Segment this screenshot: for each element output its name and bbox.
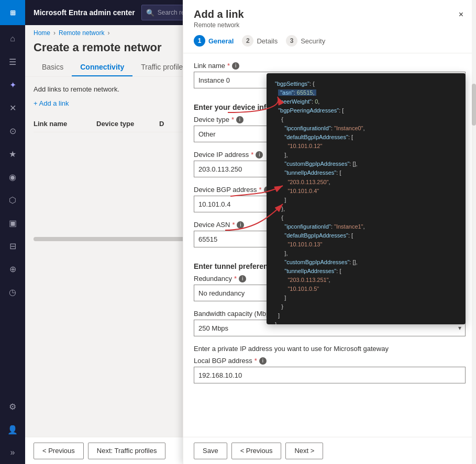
panel-subtitle: Remote network <box>194 21 244 29</box>
sidebar-icon-close[interactable]: ✕ <box>0 96 25 119</box>
local-bgp-group: Local BGP address * i <box>194 357 466 390</box>
sidebar-icon-settings[interactable]: ⚙ <box>0 395 25 418</box>
wizard-steps: 1 General 2 Details 3 Security <box>183 29 476 53</box>
sidebar-icon-monitor[interactable]: ▣ <box>0 211 25 234</box>
breadcrumb-sep-2: › <box>107 29 109 37</box>
sidebar-icon-user[interactable]: 👤 <box>0 418 25 441</box>
close-button[interactable]: × <box>457 8 466 21</box>
device-type-info-icon[interactable]: i <box>236 116 243 123</box>
tab-basics[interactable]: Basics <box>34 59 72 76</box>
wizard-step-general: 1 General <box>194 35 234 47</box>
sidebar-icon-table[interactable]: ⊟ <box>0 234 25 257</box>
sidebar-icon-expand[interactable]: » <box>0 441 25 464</box>
panel-footer: Save < Previous Next > <box>183 437 476 464</box>
panel-next-button[interactable]: Next > <box>285 443 323 459</box>
link-name-label: Link name * i <box>194 62 466 70</box>
sidebar-icon-users[interactable]: ◉ <box>0 165 25 188</box>
link-name-info-icon[interactable]: i <box>232 62 239 70</box>
breadcrumb-sep-1: › <box>53 29 56 37</box>
col-header-device-type: Device type <box>96 120 159 128</box>
app-logo: ⊞ <box>0 0 25 25</box>
device-asn-info-icon[interactable]: i <box>237 221 244 229</box>
local-bgp-input[interactable] <box>194 367 466 383</box>
app-title: Microsoft Entra admin center <box>34 8 135 17</box>
code-overlay: "bgpSettings": { "asn": 65515, "peerWeig… <box>267 73 466 324</box>
sidebar-icon-clock[interactable]: ◷ <box>0 280 25 303</box>
redundancy-info-icon[interactable]: i <box>239 275 246 282</box>
tab-connectivity[interactable]: Connectivity <box>72 59 132 76</box>
save-button[interactable]: Save <box>194 443 227 459</box>
sidebar-icon-menu[interactable]: ☰ <box>0 50 25 73</box>
step-label-general: General <box>208 37 234 45</box>
breadcrumb-home[interactable]: Home <box>34 29 50 37</box>
step-circle-1: 1 <box>194 35 205 47</box>
breadcrumb-remote-network[interactable]: Remote network <box>59 29 104 37</box>
panel-previous-button[interactable]: < Previous <box>231 443 282 459</box>
device-ip-info-icon[interactable]: i <box>256 151 263 159</box>
step-circle-3: 3 <box>286 35 297 47</box>
gateway-section-title: Enter a private IP address you want to u… <box>194 345 466 353</box>
sidebar-icon-favorite[interactable]: ★ <box>0 142 25 165</box>
panel-scrollbar-thumb <box>472 84 476 126</box>
col-header-link-name: Link name <box>34 120 96 128</box>
panel-scrollbar[interactable] <box>472 0 476 464</box>
search-icon: 🔍 <box>146 9 154 17</box>
wizard-step-details: 2 Details <box>242 35 278 47</box>
next-button[interactable]: Next: Traffic profiles <box>88 443 166 459</box>
wizard-step-security: 3 Security <box>286 35 325 47</box>
sidebar-icon-id[interactable]: ⊙ <box>0 119 25 142</box>
step-label-security: Security <box>301 37 325 45</box>
sidebar: ⊞ ⌂ ☰ ✦ ✕ ⊙ ★ ◉ ⬡ ▣ ⊟ ⊕ ◷ ⚙ 👤 » <box>0 0 25 464</box>
panel-title: Add a link <box>194 8 244 20</box>
previous-button[interactable]: < Previous <box>34 443 84 459</box>
sidebar-icon-network[interactable]: ⬡ <box>0 188 25 211</box>
panel-header: Add a link Remote network × <box>183 0 476 29</box>
sidebar-icon-shield[interactable]: ⊕ <box>0 257 25 280</box>
sidebar-icon-star[interactable]: ✦ <box>0 73 25 96</box>
step-circle-2: 2 <box>242 35 253 47</box>
step-label-details: Details <box>257 37 278 45</box>
local-bgp-label: Local BGP address * i <box>194 357 466 365</box>
sidebar-icon-home[interactable]: ⌂ <box>0 27 25 50</box>
local-bgp-info-icon[interactable]: i <box>259 357 267 365</box>
